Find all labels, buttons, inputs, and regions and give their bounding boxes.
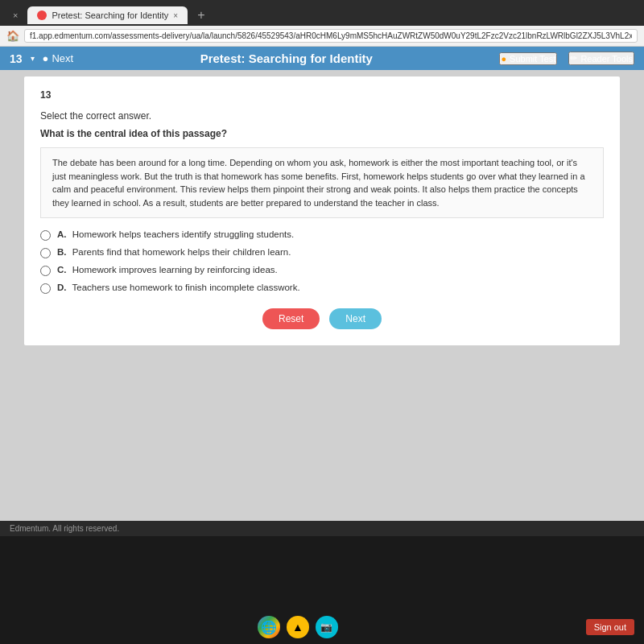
sign-out-button[interactable]: Sign out (586, 619, 634, 635)
taskbar-icons: 🌐 ▲ 📷 (258, 616, 338, 638)
browser-chrome: × Pretest: Searching for Identity × + 🏠 (0, 0, 644, 47)
radio-b[interactable] (40, 248, 51, 258)
answer-options: A. Homework helps teachers identify stru… (40, 229, 604, 294)
meet-taskbar-icon[interactable]: 📷 (316, 616, 338, 638)
answer-option-a[interactable]: A. Homework helps teachers identify stru… (40, 229, 604, 241)
tab-close-button[interactable]: × (6, 7, 24, 23)
radio-c[interactable] (40, 266, 51, 276)
option-text-d: Teachers use homework to finish incomple… (72, 283, 300, 292)
answer-option-d[interactable]: D. Teachers use homework to finish incom… (40, 283, 604, 294)
option-text-a: Homework helps teachers identify struggl… (72, 229, 295, 239)
toolbar-right: ● Submit Test ✏ Reader Tools (499, 52, 634, 65)
option-text-c: Homework improves learning by reinforcin… (72, 265, 278, 275)
answer-option-c[interactable]: C. Homework improves learning by reinfor… (40, 265, 604, 276)
home-icon[interactable]: 🏠 (6, 30, 19, 42)
option-label-b: B. (57, 247, 67, 257)
tab-favicon (37, 10, 47, 20)
question-number-badge: 13 (40, 89, 604, 101)
drive-taskbar-icon[interactable]: ▲ (287, 616, 309, 638)
radio-a[interactable] (40, 230, 51, 241)
next-button[interactable]: Next (329, 308, 382, 329)
chrome-taskbar-icon[interactable]: 🌐 (258, 616, 280, 638)
copyright-text: Edmentum. All rights reserved. (10, 524, 119, 533)
passage-box: The debate has been around for a long ti… (40, 147, 604, 218)
submit-test-button[interactable]: ● Submit Test (499, 52, 557, 65)
next-toolbar-icon: ● (43, 52, 49, 64)
next-toolbar-label: Next (52, 52, 73, 64)
option-text-b: Parents find that homework helps their c… (72, 247, 291, 257)
tab-label: Pretest: Searching for Identity (52, 10, 168, 20)
submit-label: Submit Test (510, 54, 555, 64)
reader-tools-label: Reader Tools (580, 54, 633, 64)
option-label-a: A. (57, 229, 67, 239)
taskbar: 🌐 ▲ 📷 Sign out (0, 610, 644, 644)
next-toolbar-button[interactable]: ● Next (43, 52, 74, 64)
new-tab-button[interactable]: + (191, 5, 211, 26)
tab-bar: × Pretest: Searching for Identity × + (0, 0, 644, 26)
toolbar-title: Pretest: Searching for Identity (81, 52, 491, 65)
content-area: 13 Select the correct answer. What is th… (0, 70, 644, 521)
question-text: What is the central idea of this passage… (40, 128, 604, 139)
question-dropdown-icon[interactable]: ▾ (31, 54, 35, 63)
radio-d[interactable] (40, 283, 51, 294)
reader-tools-icon: ✏ (570, 53, 577, 64)
question-number: 13 (10, 52, 23, 65)
instruction-text: Select the correct answer. (40, 110, 604, 122)
app-toolbar: 13 ▾ ● Next Pretest: Searching for Ident… (0, 47, 644, 70)
tab-close-x[interactable]: × (173, 11, 178, 20)
answer-option-b[interactable]: B. Parents find that homework helps thei… (40, 247, 604, 258)
footer: Edmentum. All rights reserved. (0, 521, 644, 536)
active-tab[interactable]: Pretest: Searching for Identity × (27, 6, 188, 24)
reader-tools-button[interactable]: ✏ Reader Tools (568, 52, 634, 65)
reset-button[interactable]: Reset (262, 308, 320, 329)
button-row: Reset Next (40, 308, 604, 329)
option-label-c: C. (57, 265, 67, 275)
option-label-d: D. (57, 283, 67, 292)
address-bar: 🏠 (0, 26, 644, 47)
address-input[interactable] (24, 29, 638, 43)
question-card: 13 Select the correct answer. What is th… (24, 76, 620, 345)
submit-icon: ● (501, 54, 506, 64)
